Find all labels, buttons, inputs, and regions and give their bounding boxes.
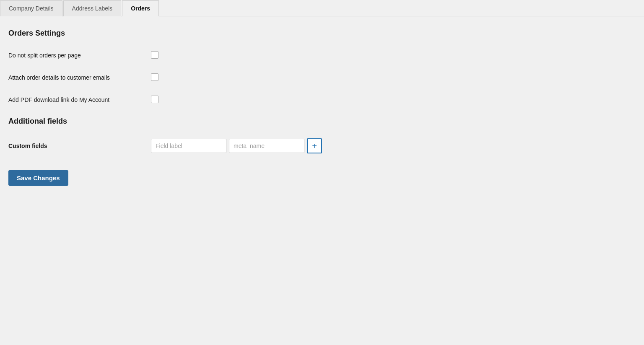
setting-control-attach-order: [151, 73, 158, 81]
setting-row-attach-order: Attach order details to customer emails: [8, 73, 636, 82]
setting-row-pdf-link: Add PDF download link do My Account: [8, 95, 636, 104]
save-changes-button[interactable]: Save Changes: [8, 170, 68, 186]
tab-orders[interactable]: Orders: [122, 0, 159, 16]
tab-address-labels[interactable]: Address Labels: [63, 0, 122, 16]
setting-control-pdf-link: [151, 95, 158, 103]
custom-fields-label: Custom fields: [8, 143, 151, 149]
setting-label-no-split: Do not split orders per page: [8, 50, 151, 60]
content-area: Orders Settings Do not split orders per …: [0, 16, 644, 202]
setting-label-pdf-link: Add PDF download link do My Account: [8, 95, 151, 104]
checkbox-attach-order[interactable]: [151, 73, 158, 81]
tabs-container: Company Details Address Labels Orders: [0, 0, 644, 16]
checkbox-pdf-link[interactable]: [151, 96, 158, 103]
setting-row-no-split: Do not split orders per page: [8, 50, 636, 60]
tab-company-details[interactable]: Company Details: [0, 0, 62, 16]
checkbox-no-split[interactable]: [151, 51, 158, 59]
orders-settings-title: Orders Settings: [8, 29, 636, 38]
field-label-input[interactable]: [151, 139, 226, 153]
setting-label-attach-order: Attach order details to customer emails: [8, 73, 151, 82]
additional-fields-title: Additional fields: [8, 117, 636, 126]
meta-name-input[interactable]: [229, 139, 304, 153]
setting-control-no-split: [151, 50, 158, 59]
custom-fields-row: Custom fields +: [8, 138, 636, 153]
custom-fields-inputs: +: [151, 138, 322, 153]
add-custom-field-button[interactable]: +: [307, 138, 322, 153]
